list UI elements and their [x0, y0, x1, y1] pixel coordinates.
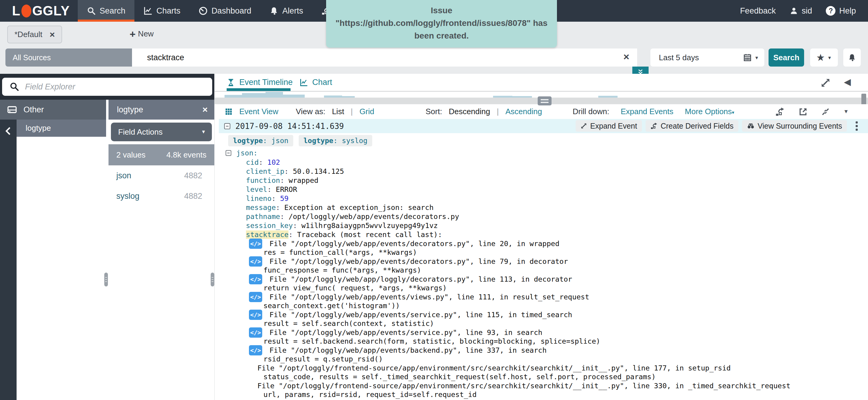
field-key[interactable]: function: [246, 176, 280, 185]
stack-code-line: res = function_call(*args, **kwargs): [219, 248, 868, 257]
sort-label: Sort:: [426, 107, 442, 116]
collapse-diagonal-icon[interactable]: [821, 107, 830, 116]
stack-file-line: File "/opt/loggly/web/app/events/service…: [270, 328, 542, 337]
fullscreen-expand-icon[interactable]: [820, 78, 831, 88]
field-key[interactable]: pathname: [246, 212, 280, 221]
nav-item-dashboard[interactable]: Dashboard: [190, 0, 260, 22]
search-button[interactable]: Search: [769, 48, 804, 67]
expand-event-button[interactable]: Expand Event: [576, 120, 642, 132]
timeline-bar: [283, 95, 305, 98]
code-icon[interactable]: </>: [249, 256, 262, 267]
timeline-bar: [324, 96, 342, 98]
stack-code-line: result = self.search(context, statistic): [219, 319, 868, 328]
field-item-logtype[interactable]: logtype: [17, 120, 106, 137]
field-group-other[interactable]: Other: [0, 100, 106, 120]
view-tabs: Event Timeline Chart ◀: [215, 74, 868, 91]
field-explorer-input[interactable]: [2, 78, 212, 96]
panel-divider-handle[interactable]: [211, 273, 214, 287]
nav-item-alerts[interactable]: Alerts: [260, 0, 312, 22]
create-derived-fields-button[interactable]: Create Derived Fields: [646, 120, 738, 132]
bell-icon: [848, 53, 856, 62]
view-as-list[interactable]: List: [332, 107, 344, 116]
event-header-row[interactable]: 2017-09-08 14:51:41.639 Expand Event Cre…: [219, 119, 868, 133]
alert-bell-button[interactable]: [843, 48, 861, 67]
stack-frame: </>File "/opt/loggly/web/app/events/back…: [219, 346, 868, 364]
event-tags: logtype: jsonlogtype: syslog: [228, 135, 868, 146]
event-field-row: lineno: 59: [219, 194, 868, 203]
field-value-row[interactable]: syslog4882: [108, 186, 214, 206]
new-tab-button[interactable]: + New: [130, 26, 154, 42]
close-icon[interactable]: ×: [202, 104, 208, 115]
field-value: /opt/loggly/web/app/events/decorators.py: [288, 212, 459, 221]
code-icon[interactable]: </>: [249, 310, 262, 320]
time-range-picker[interactable]: Last 5 days ▼: [650, 48, 764, 67]
field-key[interactable]: message: [246, 203, 276, 212]
clear-query-icon[interactable]: ×: [623, 51, 629, 63]
field-value-row[interactable]: json4882: [108, 165, 214, 186]
code-icon[interactable]: </>: [249, 327, 262, 338]
code-icon[interactable]: </>: [249, 292, 262, 302]
feedback-link[interactable]: Feedback: [740, 6, 776, 16]
nav-label: Alerts: [282, 6, 303, 16]
field-key[interactable]: level: [246, 185, 267, 194]
timeline-resize-handle[interactable]: [538, 96, 552, 105]
toast-notification[interactable]: Issue "https://github.com/loggly/fronten…: [326, 0, 557, 47]
group-label: Other: [24, 105, 44, 114]
code-icon[interactable]: </>: [249, 274, 262, 284]
stack-frame: </>File "/opt/loggly/web/app/events/serv…: [219, 310, 868, 328]
view-as-grid[interactable]: Grid: [360, 107, 374, 116]
user-menu[interactable]: sid: [789, 6, 812, 16]
navbar-right: Feedback sid ? Help: [740, 0, 868, 22]
stack-frame: </>File "/opt/loggly/web/app/events/deco…: [219, 257, 868, 275]
search-query-input[interactable]: [132, 48, 637, 67]
kebab-menu-icon[interactable]: [856, 122, 858, 131]
loggly-logo[interactable]: LGGLY: [12, 0, 70, 22]
event-view-button[interactable]: Event View: [239, 107, 278, 116]
nav-item-charts[interactable]: Charts: [134, 0, 190, 22]
sources-dropdown[interactable]: All Sources ▼: [5, 48, 147, 67]
tab-default[interactable]: *Default ×: [7, 26, 62, 43]
chart-icon: [300, 78, 308, 87]
event-tag[interactable]: logtype: json: [228, 135, 293, 146]
share-export-icon[interactable]: [798, 107, 808, 116]
help-menu[interactable]: ? Help: [826, 6, 856, 16]
code-icon[interactable]: </>: [249, 345, 262, 356]
panel-divider-handle[interactable]: [104, 273, 108, 287]
expand-events-link[interactable]: Expand Events: [621, 107, 673, 116]
field-value: 50.0.134.125: [293, 167, 344, 176]
chevron-left-icon[interactable]: [4, 126, 13, 136]
field-key[interactable]: lineno: [246, 194, 272, 203]
search-bar: All Sources ▼ × Last 5 days ▼ Search ★ ▼: [0, 47, 868, 74]
code-icon[interactable]: </>: [249, 239, 262, 249]
event-tag[interactable]: logtype: syslog: [299, 135, 372, 146]
field-actions-dropdown[interactable]: Field Actions ▼: [111, 123, 212, 141]
nav-label: Charts: [156, 6, 181, 16]
sort-descending[interactable]: Descending: [449, 107, 490, 116]
tab-chart[interactable]: Chart: [300, 74, 332, 91]
event-field-row: stacktrace: Traceback (most recent call …: [219, 230, 868, 239]
stack-file-line: File "/opt/loggly/web/app/loggly/decorat…: [270, 275, 572, 284]
button-label: Expand Event: [590, 122, 637, 130]
json-root-key[interactable]: json:: [236, 149, 258, 157]
field-key[interactable]: session_key: [246, 222, 293, 230]
collapse-panel-icon[interactable]: ◀: [844, 76, 851, 87]
username: sid: [802, 6, 812, 16]
field-key[interactable]: client_ip: [246, 167, 284, 176]
derived-fields-icon[interactable]: [775, 107, 785, 116]
field-value: ERROR: [276, 185, 297, 194]
nav-item-search[interactable]: Search: [78, 0, 135, 22]
view-surrounding-events-button[interactable]: View Surrounding Events: [742, 120, 847, 132]
tab-close-icon[interactable]: ×: [50, 30, 55, 40]
event-field-row: level: ERROR: [219, 185, 868, 194]
collapse-json-icon[interactable]: [225, 149, 232, 157]
event-field-row: function: wrapped: [219, 176, 868, 185]
field-key[interactable]: stacktrace: [246, 230, 288, 239]
saved-searches-button[interactable]: ★ ▼: [810, 48, 838, 67]
event-field-row: pathname: /opt/loggly/web/app/events/dec…: [219, 212, 868, 221]
field-key[interactable]: cid: [246, 158, 258, 167]
collapse-event-icon[interactable]: [223, 122, 231, 130]
sort-ascending[interactable]: Ascending: [505, 107, 542, 116]
stack-file-line: File "/opt/loggly/frontend-source/app/en…: [257, 364, 731, 372]
more-options-dropdown[interactable]: More Options▾: [685, 107, 734, 116]
caret-down-icon[interactable]: ▼: [843, 108, 849, 115]
